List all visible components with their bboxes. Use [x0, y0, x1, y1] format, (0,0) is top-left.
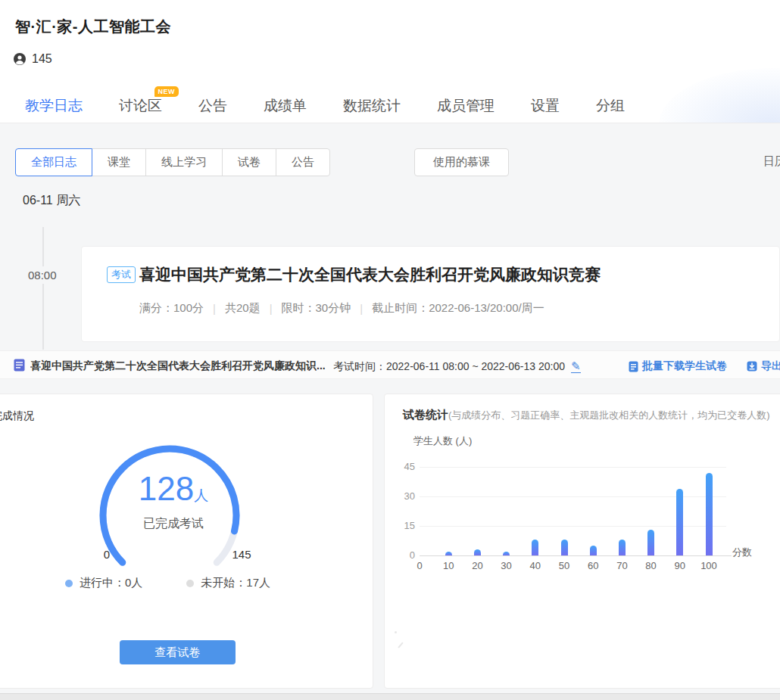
bar-score-100 [706, 473, 713, 555]
filter-online-learning[interactable]: 线上学习 [145, 148, 223, 176]
completion-legend: 进行中：0人未开始：17人 [65, 576, 338, 590]
exam-time-value: 2022-06-11 08:00 ~ 2022-06-13 20:00 [386, 360, 565, 372]
exam-card-title[interactable]: 喜迎中国共产党第二十次全国代表大会胜利召开党风廉政知识竞赛 [139, 264, 601, 285]
x-tick-label: 100 [696, 560, 722, 571]
gauge-center-text: 128人 [94, 472, 253, 506]
exam-paper-icon [14, 359, 25, 375]
new-badge: NEW [154, 86, 179, 97]
bar-score-90 [676, 489, 683, 555]
y-tick-label: 45 [391, 461, 415, 472]
exam-meta-item: 满分：100分 [139, 301, 204, 316]
timeline-time: 08:00 [24, 266, 61, 284]
x-axis-title: 分数 [732, 546, 752, 559]
nav-tab-grade-sheet[interactable]: 成绩单 [264, 96, 307, 116]
bar-score-20 [474, 549, 481, 555]
legend-in-progress: 进行中：0人 [65, 576, 142, 590]
y-axis-title: 学生人数 (人) [413, 434, 472, 448]
edit-icon[interactable]: ✎ [571, 359, 581, 373]
gauge-unit: 人 [194, 487, 208, 503]
legend-not-started: 未开始：17人 [186, 576, 270, 590]
legend-dot [65, 580, 73, 587]
mooc-filter-button[interactable]: 使用的慕课 [414, 148, 509, 176]
gauge-min-label: 0 [98, 548, 116, 561]
course-header: 智·汇·家-人工智能工会 145 教学日志讨论区NEW公告成绩单数据统计成员管理… [0, 0, 780, 123]
y-tick-label: 0 [391, 549, 415, 561]
exam-log-card[interactable]: 考试 喜迎中国共产党第二十次全国代表大会胜利召开党风廉政知识竞赛 满分：100分… [81, 246, 780, 342]
exam-meta: 满分：100分|共20题|限时：30分钟|截止时间：2022-06-13/20:… [139, 301, 544, 316]
exam-bar-title[interactable]: 喜迎中国共产党第二十次全国代表大会胜利召开党风廉政知识... [30, 359, 330, 373]
nav-tab-teaching-log[interactable]: 教学日志 [25, 96, 83, 116]
filter-all-logs[interactable]: 全部日志 [15, 148, 92, 176]
page: 智·汇·家-人工智能工会 145 教学日志讨论区NEW公告成绩单数据统计成员管理… [0, 0, 780, 700]
calendar-link[interactable]: 日历 [763, 154, 780, 169]
legend-dot [186, 580, 194, 587]
gauge-max-label: 145 [225, 548, 258, 561]
x-tick-label: 40 [523, 560, 548, 571]
view-papers-button[interactable]: 查看试卷 [120, 640, 236, 664]
download-icon [747, 361, 757, 372]
nav-tab-member-management[interactable]: 成员管理 [437, 96, 495, 116]
x-tick-label: 10 [435, 560, 461, 571]
person-icon [13, 52, 27, 66]
document-icon [629, 361, 638, 372]
filter-exam-paper[interactable]: 试卷 [222, 148, 276, 176]
x-tick-label: 90 [667, 560, 693, 571]
timeline-line [42, 227, 44, 350]
member-count-row: 145 [13, 52, 52, 66]
completion-gauge: 128人 已完成考试 [94, 443, 253, 587]
exam-info-bar: 喜迎中国共产党第二十次全国代表大会胜利召开党风廉政知识... 考试时间：2022… [0, 350, 780, 379]
completion-panel: 完成情况 128人 已完成考试 0 145 进行中：0人未开始：17人 查看试卷 [0, 394, 373, 689]
meta-separator: | [270, 302, 273, 315]
bottom-bar [0, 693, 780, 700]
gridline-45 [420, 467, 726, 468]
nav-tab-data-statistics[interactable]: 数据统计 [343, 96, 401, 116]
exam-meta-item: 限时：30分钟 [282, 301, 351, 316]
x-tick-label: 60 [580, 560, 606, 571]
x-tick-label: 70 [609, 560, 635, 571]
stats-panel-subtitle: (与成绩分布、习题正确率、主观题批改相关的人数统计，均为已交卷人数) [448, 409, 770, 421]
completion-panel-title: 完成情况 [0, 409, 34, 423]
x-axis-line [420, 555, 732, 556]
exam-meta-item: 共20题 [225, 301, 261, 316]
x-tick-label: 80 [638, 560, 664, 571]
batch-download-students-link[interactable]: 批量下载学生试卷 [629, 359, 727, 373]
x-tick-label: 20 [464, 560, 490, 571]
x-tick-label: 50 [551, 560, 577, 571]
y-tick-label: 30 [391, 490, 415, 502]
meta-separator: | [213, 302, 216, 315]
gauge-caption: 已完成考试 [94, 516, 253, 532]
member-count: 145 [32, 52, 52, 66]
bar-score-40 [532, 540, 538, 555]
bar-score-50 [561, 540, 568, 555]
exam-meta-item: 截止时间：2022-06-13/20:00/周一 [372, 301, 544, 316]
x-tick-label: 30 [494, 560, 519, 571]
exam-type-badge: 考试 [107, 266, 136, 283]
x-tick-label: 0 [407, 560, 432, 571]
export-link[interactable]: 导出 [747, 359, 780, 373]
bar-score-60 [590, 546, 597, 555]
meta-separator: | [360, 302, 363, 315]
filter-group: 全部日志课堂线上学习试卷公告 [15, 148, 330, 176]
nav-tab-settings[interactable]: 设置 [531, 96, 560, 116]
page-title: 智·汇·家-人工智能工会 [15, 17, 171, 37]
gauge-value: 128 [139, 470, 194, 507]
smudge-artifact [395, 631, 397, 633]
nav-tab-grouping[interactable]: 分组 [596, 96, 625, 116]
header-decoration [659, 68, 780, 123]
timeline-date: 06-11 周六 [23, 193, 80, 209]
filter-announcement[interactable]: 公告 [276, 148, 330, 176]
nav-tab-discussion[interactable]: 讨论区NEW [119, 96, 162, 116]
filter-classroom[interactable]: 课堂 [92, 148, 146, 176]
bar-score-80 [647, 530, 654, 555]
smudge-artifact [398, 642, 403, 648]
nav-tab-announcement[interactable]: 公告 [198, 96, 227, 116]
stats-panel: 试卷统计(与成绩分布、习题正确率、主观题批改相关的人数统计，均为已交卷人数) 学… [384, 394, 780, 689]
bar-score-70 [619, 540, 626, 555]
exam-time: 考试时间：2022-06-11 08:00 ~ 2022-06-13 20:00… [333, 359, 581, 374]
y-tick-label: 15 [391, 520, 415, 531]
exam-time-label: 考试时间： [333, 360, 386, 372]
stats-panel-title: 试卷统计(与成绩分布、习题正确率、主观题批改相关的人数统计，均为已交卷人数) [403, 408, 780, 422]
nav-tabs: 教学日志讨论区NEW公告成绩单数据统计成员管理设置分组 [25, 89, 625, 123]
